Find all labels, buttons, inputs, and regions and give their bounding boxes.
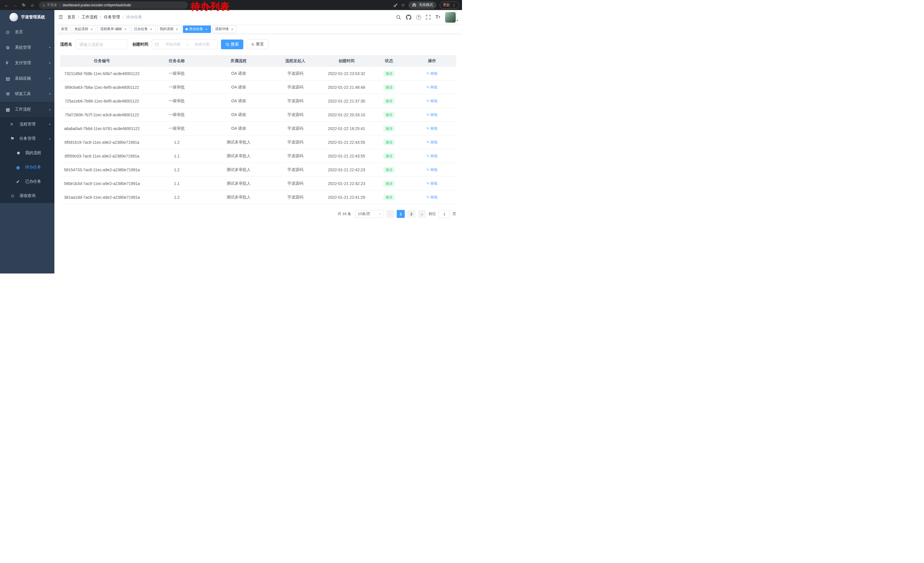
font-size-icon[interactable]: TT	[435, 15, 440, 20]
address-bar[interactable]: ⚠ 不安全 dashboard.yudao.iocoder.cn/bpm/tas…	[39, 2, 188, 9]
close-icon[interactable]: ×	[230, 27, 234, 31]
task-initiator: 芋道源码	[267, 126, 323, 131]
workflow-submenu: ≡ 流程管理 ▾ ⚑ 任务管理 ▴ ☻ 我的流程 ◉ 待办任务	[0, 117, 54, 203]
breadcrumb-item[interactable]: 首页	[67, 15, 75, 20]
close-icon[interactable]: ×	[123, 27, 128, 31]
close-icon[interactable]: ×	[175, 27, 179, 31]
process-name-input[interactable]	[76, 39, 127, 49]
tab-done-task[interactable]: 已办任务 ×	[131, 26, 156, 33]
help-icon[interactable]: ?	[416, 15, 421, 20]
breadcrumb-item[interactable]: 任务管理	[104, 15, 120, 20]
tab-start-process[interactable]: 发起流程 ×	[72, 26, 96, 33]
next-page-button[interactable]: ›	[418, 210, 426, 218]
bookmark-star-icon[interactable]: ☆	[401, 3, 405, 8]
task-name: 一级审批	[144, 126, 210, 131]
search-button-label: 搜索	[231, 42, 239, 47]
sidebar-item-todo-task[interactable]: ◉ 待办任务	[0, 160, 54, 174]
fullscreen-icon[interactable]	[426, 15, 430, 20]
sidebar-collapse-icon[interactable]: ☰	[58, 14, 63, 20]
breadcrumb-item[interactable]: 工作流程	[82, 15, 98, 20]
app-logo[interactable]: 芋道管理系统	[0, 10, 54, 24]
sidebar-item-workflow[interactable]: ▦ 工作流程 ▴	[0, 102, 54, 117]
sidebar-item-process-management[interactable]: ≡ 流程管理 ▾	[0, 117, 54, 131]
sidebar-item-devtools[interactable]: ⚒ 研发工具 ▾	[0, 86, 54, 102]
approve-button[interactable]: ✎审批	[426, 181, 438, 186]
password-key-icon[interactable]	[393, 3, 398, 8]
task-id: 8f059c03-7ac8-11ec-a9e2-a2380e71991a	[60, 154, 144, 158]
sidebar-item-label: 待办任务	[25, 165, 50, 170]
tab-process-form-edit[interactable]: 流程表单-编辑 ×	[98, 26, 130, 33]
browser-menu-icon[interactable]: ⋮	[452, 3, 456, 8]
sidebar-item-task-management[interactable]: ⚑ 任务管理 ▴	[0, 131, 54, 146]
sidebar-item-payment[interactable]: ¥ 支付管理 ▾	[0, 55, 54, 71]
sidebar-item-my-process[interactable]: ☻ 我的流程	[0, 146, 54, 160]
browser-update-button[interactable]: 更新 ⋮	[440, 2, 459, 9]
browser-back-icon[interactable]: ←	[3, 2, 10, 9]
approve-button[interactable]: ✎审批	[426, 195, 438, 200]
search-icon[interactable]	[396, 15, 401, 20]
browser-forward-icon[interactable]: →	[12, 2, 19, 9]
tags-view-bar: 首页 发起流程 × 流程表单-编辑 × 已办任务 × 我的流程 × 待办任务 ×	[54, 24, 462, 34]
task-created: 2022-01-22 21:48:48	[323, 85, 370, 90]
tab-my-process[interactable]: 我的流程 ×	[157, 26, 182, 33]
status-badge: 激活	[383, 71, 395, 77]
task-process: OA 请假	[210, 99, 267, 104]
task-status: 激活	[370, 71, 408, 77]
tab-process-detail[interactable]: 流程详情 ×	[212, 26, 237, 33]
approve-label: 审批	[430, 153, 438, 159]
approve-button[interactable]: ✎审批	[426, 85, 438, 90]
approve-label: 审批	[430, 195, 438, 200]
browser-reload-icon[interactable]: ↻	[20, 2, 27, 9]
refresh-icon: ↻	[251, 42, 255, 47]
status-badge: 激活	[383, 98, 395, 104]
browser-home-icon[interactable]: ⌂	[28, 2, 36, 9]
close-icon[interactable]: ×	[149, 27, 153, 31]
goto-page-input[interactable]	[438, 210, 450, 218]
start-date-placeholder[interactable]: 开始日期	[160, 42, 185, 47]
sidebar-item-system[interactable]: ⚙ 系统管理 ▾	[0, 40, 54, 55]
approve-button[interactable]: ✎审批	[426, 167, 438, 173]
approve-button[interactable]: ✎审批	[426, 153, 438, 159]
yen-icon: ¥	[6, 60, 13, 66]
edit-icon: ✎	[426, 182, 429, 186]
prev-page-button[interactable]: ‹	[386, 210, 394, 218]
tab-todo-task[interactable]: 待办任务 ×	[183, 26, 211, 33]
search-button[interactable]: 搜索	[221, 39, 243, 49]
edit-icon: ✎	[426, 195, 429, 199]
column-header-action: 操作	[408, 59, 456, 63]
tab-label: 发起流程	[74, 27, 88, 32]
page-size-select[interactable]: 10条/页 ▾	[355, 210, 384, 218]
approve-button[interactable]: ✎审批	[426, 71, 438, 76]
close-icon[interactable]: ×	[204, 27, 208, 31]
task-initiator: 芋道源码	[267, 153, 323, 159]
incognito-icon	[412, 3, 417, 7]
sidebar-item-leave-query[interactable]: ☺ 请假查询	[0, 189, 54, 203]
avatar[interactable]	[445, 12, 456, 23]
approve-button[interactable]: ✎审批	[426, 126, 438, 131]
task-process: OA 请假	[210, 112, 267, 117]
breadcrumb: 首页 / 工作流程 / 任务管理 / 待办任务	[67, 15, 142, 20]
tab-home[interactable]: 首页	[58, 26, 70, 33]
incognito-label: 无痕模式	[419, 3, 433, 8]
sidebar-item-label: 任务管理	[20, 136, 47, 141]
sidebar-item-label: 支付管理	[15, 60, 47, 66]
app-root: 芋道管理系统 ⊙ 首页 ⚙ 系统管理 ▾ ¥ 支付管理 ▾ ▤ 基础设施 ▾	[0, 10, 462, 281]
date-range-picker[interactable]: 开始日期 - 结束日期	[152, 39, 218, 49]
task-created: 2022-01-21 22:43:55	[323, 154, 370, 158]
close-icon[interactable]: ×	[90, 27, 94, 31]
approve-button[interactable]: ✎审批	[426, 140, 438, 145]
approve-button[interactable]: ✎审批	[426, 112, 438, 117]
sidebar-item-done-task[interactable]: ✔ 已办任务	[0, 174, 54, 189]
reset-button[interactable]: ↻ 重置	[247, 39, 268, 49]
active-dot	[186, 28, 188, 30]
task-initiator: 芋道源码	[267, 99, 323, 104]
task-name: 1.2	[144, 168, 210, 172]
github-icon[interactable]	[406, 15, 411, 20]
sidebar-item-home[interactable]: ⊙ 首页	[0, 24, 54, 40]
page-button-1[interactable]: 1	[397, 210, 405, 218]
approve-button[interactable]: ✎审批	[426, 99, 438, 104]
end-date-placeholder[interactable]: 结束日期	[190, 42, 214, 47]
user-menu[interactable]: ▾	[445, 12, 458, 23]
sidebar-item-infrastructure[interactable]: ▤ 基础设施 ▾	[0, 71, 54, 86]
page-button-2[interactable]: 2	[407, 210, 416, 218]
